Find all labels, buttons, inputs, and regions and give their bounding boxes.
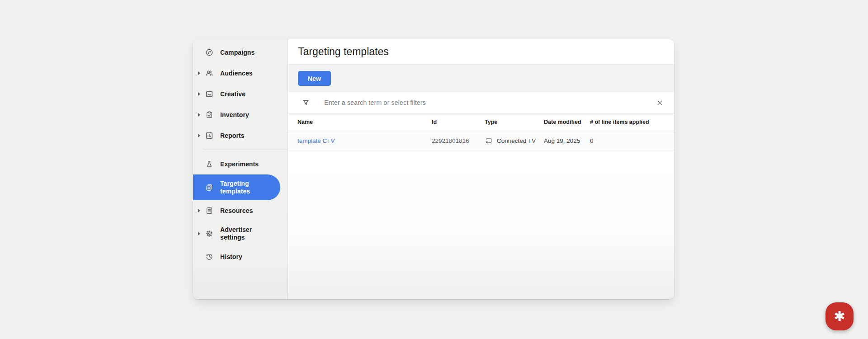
resources-icon bbox=[205, 206, 214, 215]
template-date-modified: Aug 19, 2025 bbox=[544, 137, 590, 144]
sidebar-item-label: Audiences bbox=[220, 70, 265, 77]
search-input[interactable] bbox=[324, 99, 654, 106]
sidebar-item-label: Inventory bbox=[220, 111, 265, 119]
targeting-templates-icon bbox=[205, 183, 214, 192]
sidebar-nav: Campaigns Audiences Creative Inventory bbox=[193, 39, 288, 299]
history-icon bbox=[205, 252, 214, 261]
expand-arrow-icon[interactable] bbox=[198, 134, 205, 137]
page-title: Targeting templates bbox=[298, 46, 389, 58]
column-header-type[interactable]: Type bbox=[485, 119, 544, 125]
gear-icon bbox=[205, 229, 214, 238]
filter-bar bbox=[288, 92, 674, 113]
table-header: Name Id Type Date modified # of line ite… bbox=[288, 113, 674, 131]
expand-arrow-icon[interactable] bbox=[198, 113, 205, 117]
close-icon[interactable] bbox=[654, 97, 665, 108]
sidebar-item-label: Reports bbox=[220, 132, 265, 140]
sidebar-item-campaigns[interactable]: Campaigns bbox=[193, 42, 288, 63]
sidebar-item-label: Advertiser settings bbox=[220, 226, 265, 241]
template-id: 22921801816 bbox=[432, 137, 485, 144]
sidebar-item-reports[interactable]: Reports bbox=[193, 125, 288, 146]
main-panel: Targeting templates New Name Id Type Dat… bbox=[288, 39, 674, 299]
toolbar: New bbox=[288, 65, 674, 92]
sidebar-item-inventory[interactable]: Inventory bbox=[193, 104, 288, 125]
sidebar-item-label: Creative bbox=[220, 90, 265, 98]
sidebar-item-label: Resources bbox=[220, 207, 265, 215]
sidebar-item-label: Targeting templates bbox=[220, 180, 265, 195]
inventory-icon bbox=[205, 110, 214, 119]
expand-arrow-icon[interactable] bbox=[198, 71, 205, 75]
sidebar-item-targeting-templates[interactable]: Targeting templates bbox=[193, 174, 280, 200]
sidebar-item-label: Experiments bbox=[220, 160, 265, 168]
expand-arrow-icon[interactable] bbox=[198, 92, 205, 96]
sidebar-item-history[interactable]: History bbox=[193, 246, 288, 267]
column-header-name[interactable]: Name bbox=[297, 119, 432, 125]
sidebar-item-label: History bbox=[220, 253, 265, 261]
reports-icon bbox=[205, 131, 214, 140]
sidebar-divider bbox=[203, 150, 288, 150]
filter-funnel-icon[interactable] bbox=[302, 99, 310, 107]
targeting-templates-card: Campaigns Audiences Creative Inventory bbox=[193, 39, 674, 299]
template-name-link[interactable]: template CTV bbox=[297, 137, 432, 144]
compass-icon bbox=[205, 48, 214, 57]
template-type-label: Connected TV bbox=[497, 137, 536, 144]
table-empty-area bbox=[288, 151, 674, 299]
column-header-id[interactable]: Id bbox=[432, 119, 485, 125]
sidebar-item-resources[interactable]: Resources bbox=[193, 200, 288, 221]
table-row[interactable]: template CTV 22921801816 Connected TV Au… bbox=[288, 131, 674, 151]
cast-tv-icon bbox=[485, 137, 493, 145]
template-line-items-count: 0 bbox=[590, 137, 674, 144]
sidebar-item-label: Campaigns bbox=[220, 49, 265, 56]
column-header-line-items[interactable]: # of line items applied bbox=[590, 119, 674, 125]
template-type: Connected TV bbox=[485, 137, 544, 145]
sidebar-item-advertiser-settings[interactable]: Advertiser settings bbox=[193, 221, 288, 246]
experiments-icon bbox=[205, 160, 214, 169]
creative-icon bbox=[205, 89, 214, 99]
sidebar-item-creative[interactable]: Creative bbox=[193, 84, 288, 104]
audiences-icon bbox=[205, 69, 214, 78]
page: { "header": { "title": "Targeting templa… bbox=[0, 0, 868, 339]
page-header: Targeting templates bbox=[288, 39, 674, 65]
column-header-date-modified[interactable]: Date modified bbox=[544, 119, 590, 125]
expand-arrow-icon[interactable] bbox=[198, 209, 205, 212]
expand-arrow-icon[interactable] bbox=[198, 232, 205, 235]
sidebar-item-experiments[interactable]: Experiments bbox=[193, 154, 288, 174]
sidebar-item-audiences[interactable]: Audiences bbox=[193, 63, 288, 84]
feedback-fab-button[interactable]: ✱ bbox=[826, 302, 854, 330]
new-button[interactable]: New bbox=[298, 71, 331, 86]
